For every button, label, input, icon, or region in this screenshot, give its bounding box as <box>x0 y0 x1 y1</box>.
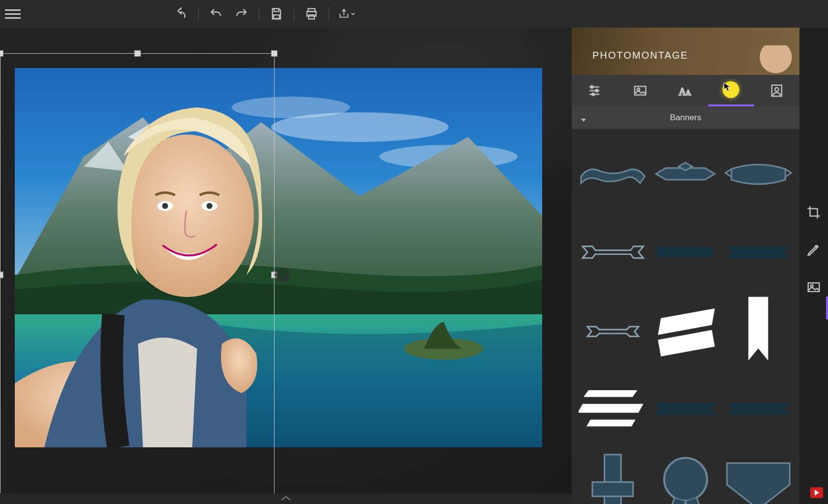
panel-tabs: AA <box>572 75 799 106</box>
redo-icon[interactable] <box>233 5 250 22</box>
undo-all-icon[interactable] <box>172 5 189 22</box>
share-icon[interactable] <box>338 5 355 22</box>
banner-ribbon-wave[interactable] <box>579 138 647 209</box>
banner-ribbon-double-slant[interactable] <box>651 295 720 366</box>
banner-badge-bar[interactable] <box>579 451 647 504</box>
divider <box>259 6 259 21</box>
undo-icon[interactable] <box>207 5 224 22</box>
play-video-icon[interactable] <box>810 487 823 498</box>
banner-ribbon-flat-solid[interactable] <box>724 216 793 288</box>
resize-handle-tl[interactable] <box>0 50 3 57</box>
hand-decor <box>740 45 799 75</box>
hamburger-menu-button[interactable] <box>5 6 21 22</box>
right-toolstrip <box>799 28 828 504</box>
tab-portrait[interactable] <box>754 75 799 106</box>
banner-ribbon-wide-alt[interactable] <box>724 373 793 444</box>
banner-bookmark[interactable] <box>724 295 793 366</box>
image-tool-icon[interactable] <box>806 280 821 297</box>
right-panel: PHOTOMONTAGE AA <box>572 28 828 504</box>
panel-title: PHOTOMONTAGE <box>592 50 688 61</box>
banner-ribbon-cut-outline[interactable] <box>579 216 647 288</box>
banner-gallery <box>572 129 799 504</box>
svg-point-16 <box>592 93 594 96</box>
toolstrip-active-indicator <box>826 297 828 319</box>
canvas-area[interactable] <box>0 28 572 504</box>
crop-icon[interactable] <box>806 205 821 222</box>
selection-bounds[interactable] <box>0 53 275 497</box>
print-icon[interactable] <box>303 5 320 22</box>
rotate-handle[interactable] <box>275 268 290 282</box>
save-icon[interactable] <box>268 5 285 22</box>
bottom-panel-toggle[interactable] <box>0 493 572 504</box>
svg-rect-17 <box>634 86 646 95</box>
svg-text:A: A <box>679 86 686 97</box>
section-title: Banners <box>670 113 701 123</box>
tab-shapes[interactable] <box>708 75 754 106</box>
svg-point-15 <box>596 90 598 92</box>
section-header[interactable]: Banners <box>572 106 799 129</box>
banner-badge-medal[interactable] <box>651 451 720 504</box>
collapse-triangle-icon <box>581 119 586 122</box>
resize-handle-tm[interactable] <box>134 50 140 57</box>
banner-ribbon-flat-dark[interactable] <box>651 216 720 288</box>
panel-header: PHOTOMONTAGE <box>572 28 799 75</box>
banner-ribbon-diamond[interactable] <box>651 138 720 209</box>
divider <box>329 6 329 21</box>
svg-rect-27 <box>808 283 820 292</box>
svg-point-23 <box>775 88 779 92</box>
svg-text:A: A <box>686 89 691 97</box>
svg-rect-25 <box>592 482 633 496</box>
tab-adjust[interactable] <box>572 75 617 106</box>
divider <box>294 6 294 21</box>
svg-point-14 <box>591 86 593 88</box>
tab-text[interactable]: AA <box>663 75 708 106</box>
banner-ribbon-stacked[interactable] <box>579 373 647 444</box>
svg-point-26 <box>664 458 707 501</box>
top-toolbar <box>0 0 828 28</box>
tab-image[interactable] <box>617 75 662 106</box>
divider <box>198 6 199 21</box>
banner-flag-pennant[interactable] <box>724 451 793 504</box>
banner-ribbon-scroll[interactable] <box>724 138 793 209</box>
resize-handle-tr[interactable] <box>271 50 277 57</box>
pencil-icon[interactable] <box>806 242 821 259</box>
svg-point-21 <box>726 85 735 94</box>
banner-ribbon-small[interactable] <box>579 295 647 366</box>
resize-handle-ml[interactable] <box>0 272 3 278</box>
banner-ribbon-wide[interactable] <box>651 373 720 444</box>
